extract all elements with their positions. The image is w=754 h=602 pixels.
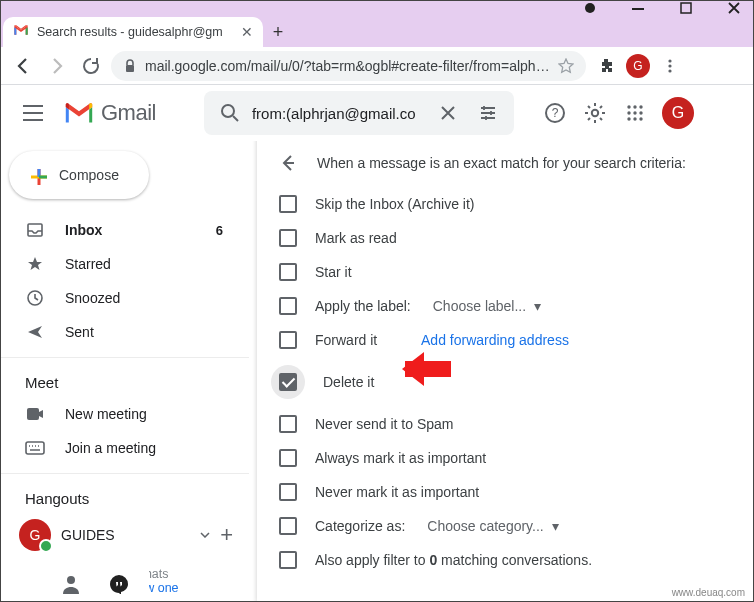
sidebar-item-sent[interactable]: Sent: [1, 315, 239, 349]
filter-option-label: Skip the Inbox (Archive it): [315, 196, 475, 212]
filter-option-row: Mark as read: [277, 221, 733, 255]
sidebar-label: Join a meeting: [65, 440, 156, 456]
svg-point-11: [627, 105, 630, 108]
compose-label: Compose: [59, 167, 119, 183]
new-tab-button[interactable]: +: [263, 17, 293, 47]
back-arrow-icon[interactable]: [277, 153, 301, 173]
hangouts-bubble-icon[interactable]: [109, 574, 129, 594]
hangouts-add-icon[interactable]: +: [220, 522, 233, 548]
apps-grid-icon[interactable]: [616, 94, 654, 132]
filter-option-row: Forward it Add forwarding address: [277, 323, 733, 357]
filter-option-label: Never mark it as important: [315, 484, 479, 500]
filter-option-row: Also apply filter to 0 matching conversa…: [277, 543, 733, 577]
svg-point-5: [668, 64, 671, 67]
sidebar-label: Snoozed: [65, 290, 120, 306]
svg-point-10: [592, 110, 598, 116]
filter-option-row: Never mark it as important: [277, 475, 733, 509]
extensions-icon[interactable]: [592, 52, 620, 80]
address-bar[interactable]: mail.google.com/mail/u/0/?tab=rm&ogbl#cr…: [111, 51, 586, 81]
filter-dropdown[interactable]: Choose category... ▾: [427, 518, 558, 534]
keyboard-icon: [25, 441, 45, 455]
filter-option-label: Delete it: [323, 374, 374, 390]
sidebar-item-starred[interactable]: Starred: [1, 247, 239, 281]
filter-option-row: Never send it to Spam: [277, 407, 733, 441]
svg-rect-23: [26, 442, 44, 454]
gmail-header: Gmail ? G: [1, 85, 753, 141]
filter-link[interactable]: Add forwarding address: [421, 332, 569, 348]
svg-point-15: [633, 111, 636, 114]
search-box[interactable]: [204, 91, 514, 135]
svg-text:?: ?: [552, 106, 559, 120]
filter-option-label: Also apply filter to 0 matching conversa…: [315, 552, 592, 568]
back-button[interactable]: [9, 52, 37, 80]
hangouts-user-row[interactable]: G GUIDES +: [1, 513, 249, 553]
svg-point-13: [639, 105, 642, 108]
checkbox[interactable]: [279, 263, 297, 281]
star-icon[interactable]: [558, 58, 574, 74]
star-icon: [25, 255, 45, 273]
search-options-icon[interactable]: [470, 95, 506, 131]
filter-dropdown[interactable]: Choose label... ▾: [433, 298, 541, 314]
filter-option-label: Categorize as:: [315, 518, 405, 534]
forward-button[interactable]: [43, 52, 71, 80]
svg-rect-3: [126, 65, 134, 72]
tab-close-icon[interactable]: ✕: [241, 24, 253, 40]
window-close-icon[interactable]: [725, 1, 743, 15]
search-clear-icon[interactable]: [430, 95, 466, 131]
gmail-logo[interactable]: Gmail: [63, 100, 156, 126]
checkbox-checked[interactable]: [271, 365, 305, 399]
account-avatar[interactable]: G: [662, 97, 694, 129]
svg-rect-22: [27, 408, 39, 420]
tab-bar: Search results - guidesalphr@gm ✕ +: [1, 15, 753, 47]
inbox-count: 6: [216, 223, 223, 238]
compose-plus-icon: [27, 165, 47, 185]
svg-point-14: [627, 111, 630, 114]
svg-point-0: [585, 3, 595, 13]
support-icon[interactable]: ?: [536, 94, 574, 132]
window-maximize-icon[interactable]: [677, 1, 695, 15]
browser-menu-icon[interactable]: [656, 52, 684, 80]
sidebar-item-snoozed[interactable]: Snoozed: [1, 281, 239, 315]
search-icon[interactable]: [212, 95, 248, 131]
settings-icon[interactable]: [576, 94, 614, 132]
checkbox[interactable]: [279, 195, 297, 213]
filter-option-label: Star it: [315, 264, 352, 280]
checkbox[interactable]: [279, 415, 297, 433]
checkbox[interactable]: [279, 517, 297, 535]
reload-button[interactable]: [77, 52, 105, 80]
filter-option-row: Skip the Inbox (Archive it): [277, 187, 733, 221]
sidebar-item-inbox[interactable]: Inbox 6: [1, 213, 239, 247]
svg-point-12: [633, 105, 636, 108]
browser-profile-avatar[interactable]: G: [626, 54, 650, 78]
sidebar-item-join-meeting[interactable]: Join a meeting: [1, 431, 239, 465]
person-icon[interactable]: [61, 574, 81, 594]
sidebar-item-new-meeting[interactable]: New meeting: [1, 397, 239, 431]
browser-tab[interactable]: Search results - guidesalphr@gm ✕: [3, 17, 263, 47]
checkbox[interactable]: [279, 331, 297, 349]
lock-icon: [123, 59, 137, 73]
window-titlebar: [1, 1, 753, 15]
checkbox[interactable]: [279, 551, 297, 569]
filter-option-row: Star it: [277, 255, 733, 289]
filter-option-label: Never send it to Spam: [315, 416, 454, 432]
chevron-down-icon[interactable]: [200, 532, 210, 538]
inbox-icon: [25, 221, 45, 239]
filter-panel: When a message is an exact match for you…: [257, 141, 753, 601]
hangouts-heading: Hangouts: [1, 473, 249, 513]
main-menu-icon[interactable]: [11, 91, 55, 135]
svg-point-6: [668, 69, 671, 72]
window-dot-icon[interactable]: [581, 1, 599, 15]
window-minimize-icon[interactable]: [629, 1, 647, 15]
search-input[interactable]: [252, 105, 426, 122]
watermark: www.deuaq.com: [672, 587, 745, 598]
checkbox[interactable]: [279, 483, 297, 501]
sidebar-label: Inbox: [65, 222, 102, 238]
svg-point-19: [639, 117, 642, 120]
checkbox[interactable]: [279, 229, 297, 247]
checkbox[interactable]: [279, 449, 297, 467]
compose-button[interactable]: Compose: [9, 151, 149, 199]
checkbox[interactable]: [279, 297, 297, 315]
hangouts-avatar: G: [19, 519, 51, 551]
tab-title: Search results - guidesalphr@gm: [37, 25, 233, 39]
svg-point-18: [633, 117, 636, 120]
